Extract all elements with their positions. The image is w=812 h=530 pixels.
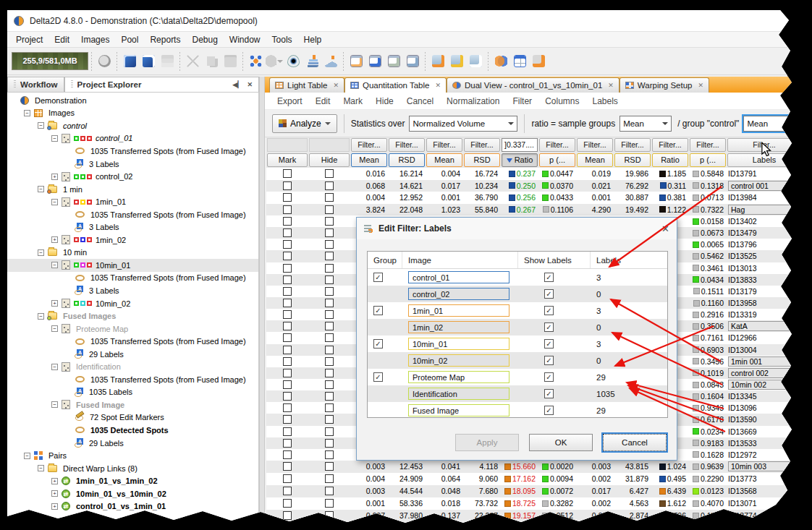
- column-header-rsd[interactable]: RSD: [389, 153, 425, 167]
- hide-checkbox[interactable]: [325, 523, 334, 530]
- tree-item[interactable]: +control_02: [7, 170, 258, 183]
- snapshot-report-icon[interactable]: [467, 53, 484, 70]
- collapse-toggle-icon[interactable]: −: [51, 401, 58, 408]
- expand-toggle-icon[interactable]: +: [51, 300, 58, 307]
- tree-item[interactable]: −Identification: [7, 360, 258, 373]
- close-icon[interactable]: ✕: [661, 223, 669, 234]
- hide-checkbox[interactable]: [325, 287, 334, 296]
- mark-checkbox[interactable]: [283, 193, 292, 202]
- tab-warping-setup[interactable]: Warping Setup✕: [619, 77, 709, 93]
- hide-checkbox[interactable]: [325, 228, 334, 237]
- image-name-box[interactable]: 1min_01: [408, 304, 509, 317]
- table-row[interactable]: 0.01616.2140.00416.7240.2370.04470.01919…: [266, 168, 802, 180]
- column-header-p[interactable]: p (...: [539, 153, 575, 167]
- fuse-images-icon[interactable]: [492, 53, 509, 70]
- mark-checkbox[interactable]: [283, 369, 292, 377]
- show-labels-checkbox[interactable]: ✓: [544, 306, 554, 315]
- qt-menu-columns[interactable]: Columns: [538, 96, 585, 106]
- expand-toggle-icon[interactable]: +: [51, 478, 58, 484]
- hide-checkbox[interactable]: [325, 403, 334, 412]
- mark-checkbox[interactable]: [283, 346, 292, 354]
- tree-item[interactable]: 29 Labels: [7, 437, 258, 450]
- filter-button[interactable]: Filter...: [426, 138, 462, 152]
- label-dropdown[interactable]: Hag: [728, 205, 800, 215]
- hide-checkbox[interactable]: [325, 310, 334, 319]
- image-name-box[interactable]: Identification: [408, 388, 509, 400]
- close-tab-icon[interactable]: ✕: [435, 82, 441, 89]
- label-dropdown[interactable]: 10min 002: [728, 380, 800, 390]
- tree-item[interactable]: −Direct Warp Links (8): [7, 462, 258, 475]
- dialog-title-bar[interactable]: Edit Filter: Labels ✕: [357, 218, 677, 239]
- hide-checkbox[interactable]: [325, 322, 334, 330]
- hide-checkbox[interactable]: [325, 333, 334, 342]
- hide-checkbox[interactable]: [325, 511, 334, 520]
- hide-checkbox[interactable]: [325, 205, 334, 214]
- tree-item[interactable]: −control_01: [7, 132, 258, 145]
- menu-project[interactable]: Project: [10, 33, 48, 46]
- export-filter-icon[interactable]: [322, 53, 339, 70]
- hide-checkbox[interactable]: [325, 499, 334, 508]
- group-checkbox[interactable]: ✓: [373, 339, 383, 349]
- quantitation-window-icon[interactable]: [366, 53, 384, 70]
- show-labels-checkbox[interactable]: ✓: [544, 406, 554, 415]
- collapse-toggle-icon[interactable]: −: [24, 110, 30, 116]
- hide-checkbox[interactable]: [325, 357, 334, 366]
- tree-item[interactable]: 1035 Transferred Spots (from Fused Image…: [7, 373, 258, 386]
- qt-menu-filter[interactable]: Filter: [506, 96, 538, 106]
- memory-indicator[interactable]: 255,9/581,0MB: [12, 52, 88, 70]
- close-tab-icon[interactable]: ✕: [698, 82, 704, 89]
- image-name-box[interactable]: 10min_02: [408, 354, 509, 367]
- mark-checkbox[interactable]: [283, 275, 292, 284]
- column-header-p[interactable]: p (...: [690, 153, 726, 167]
- collapse-toggle-icon[interactable]: −: [51, 325, 58, 332]
- filter-button[interactable]: Filter...: [389, 138, 425, 152]
- expand-toggle-icon[interactable]: +: [51, 236, 58, 243]
- open-project-icon[interactable]: [121, 53, 138, 70]
- qt-menu-export[interactable]: Export: [271, 96, 309, 106]
- table-row[interactable]: 0.00424.9090.0649.06017.1620.00940.00231…: [266, 473, 802, 485]
- mark-checkbox[interactable]: [283, 439, 292, 448]
- filter-button[interactable]: Filter...: [577, 138, 613, 152]
- table-row[interactable]: 0.00158.3360.01873.73218.7250.32820.0024…: [266, 497, 802, 510]
- column-header-mark[interactable]: Mark: [267, 153, 308, 167]
- hide-checkbox[interactable]: [325, 450, 334, 459]
- mark-checkbox[interactable]: [283, 299, 292, 307]
- mark-checkbox[interactable]: [283, 487, 292, 495]
- collapse-toggle-icon[interactable]: −: [51, 199, 58, 205]
- image-name-box[interactable]: control_01: [408, 271, 509, 283]
- minimize-panel-icon[interactable]: ◀▏: [233, 81, 243, 88]
- mark-checkbox[interactable]: [283, 450, 292, 459]
- show-labels-checkbox[interactable]: ✓: [544, 273, 554, 282]
- image-name-box[interactable]: 10min_01: [408, 338, 509, 350]
- quantitation-table-icon[interactable]: [511, 53, 528, 70]
- filter-button[interactable]: Filter...: [351, 138, 387, 152]
- mark-checkbox[interactable]: [283, 523, 292, 530]
- mark-checkbox[interactable]: [283, 499, 292, 508]
- column-header-mean[interactable]: Mean: [577, 153, 613, 167]
- mark-checkbox[interactable]: [283, 322, 292, 330]
- tree-item[interactable]: 3 Labels: [7, 158, 258, 171]
- panel-tab-project-explorer[interactable]: Project Explorer◀▏✕: [64, 77, 259, 92]
- tree-item[interactable]: −Images: [7, 107, 258, 120]
- tree-item[interactable]: −Pairs: [7, 449, 258, 462]
- mark-checkbox[interactable]: [283, 403, 292, 412]
- filter-button[interactable]: Filter...: [690, 138, 726, 152]
- image-name-box[interactable]: 1min_02: [408, 321, 509, 333]
- collapse-toggle-icon[interactable]: −: [51, 364, 58, 370]
- dual-view-window-icon[interactable]: [404, 53, 421, 70]
- table-row[interactable]: 0.00344.5440.0487.68018.0950.00720.0176.…: [266, 485, 802, 497]
- analyze-button[interactable]: Analyze: [272, 114, 337, 133]
- hide-checkbox[interactable]: [325, 193, 334, 202]
- tree-item[interactable]: −1min_01: [7, 195, 258, 208]
- hide-checkbox[interactable]: [325, 181, 334, 190]
- filter-button[interactable]: Filter...: [652, 138, 688, 152]
- table-window-icon[interactable]: [385, 53, 402, 70]
- column-header-rsd[interactable]: RSD: [614, 153, 651, 167]
- tree-item[interactable]: 72 Spot Edit Markers: [7, 411, 258, 424]
- panel-tab-workflow[interactable]: Workflow: [7, 77, 64, 92]
- ok-button[interactable]: OK: [529, 434, 593, 451]
- hide-checkbox[interactable]: [325, 264, 334, 273]
- tree-item[interactable]: 1035 Transferred Spots (from Fused Image…: [7, 272, 258, 285]
- column-header-rsd[interactable]: RSD: [464, 153, 500, 167]
- tree-item[interactable]: 3 Labels: [7, 284, 258, 297]
